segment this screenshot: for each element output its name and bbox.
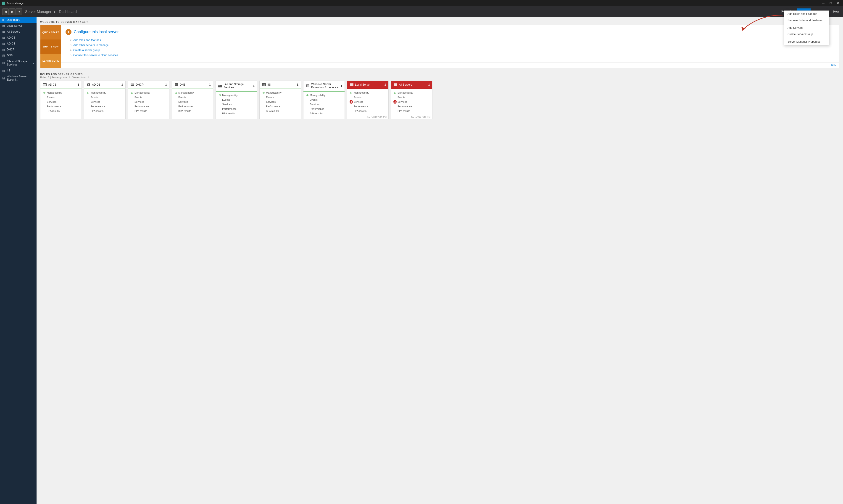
close-button[interactable]: ✕ — [835, 0, 841, 6]
ls-bpa[interactable]: BPA results — [349, 109, 386, 113]
dropdown-button[interactable]: ▾ — [16, 8, 22, 15]
fs-services-label: Services — [222, 103, 232, 106]
ad-cs-services[interactable]: Services — [43, 100, 79, 104]
card-ad-cs-header[interactable]: AD CS 1 — [40, 81, 82, 89]
dhcp-services[interactable]: Services — [130, 100, 167, 104]
dns-events-label: Events — [178, 96, 186, 98]
sidebar-item-all-servers[interactable]: All Servers — [0, 29, 37, 35]
dns-performance[interactable]: Performance — [174, 104, 211, 109]
as-performance[interactable]: Performance — [393, 104, 430, 109]
ls-events[interactable]: Events — [349, 95, 386, 100]
fs-services[interactable]: Services — [218, 102, 255, 107]
card-iis-title: IIS — [267, 83, 295, 86]
ad-cs-bpa[interactable]: BPA results — [43, 109, 79, 113]
sidebar-item-file-storage[interactable]: File and Storage Services ▸ — [0, 58, 37, 68]
sidebar-item-dhcp[interactable]: DHCP — [0, 47, 37, 53]
ad-ds-manageability[interactable]: ⊕ Manageability — [87, 90, 123, 95]
ad-cs-services-label: Services — [47, 101, 56, 103]
card-file-storage-header[interactable]: File and Storage Services 1 — [216, 81, 257, 92]
card-iis-header[interactable]: IIS IIS 1 — [259, 81, 301, 89]
iis-services[interactable]: Services — [262, 100, 299, 104]
hide-button[interactable]: Hide — [61, 62, 839, 68]
ad-cs-events-label: Events — [47, 96, 55, 98]
fs-manageability[interactable]: ⊕ Manageability — [218, 93, 255, 97]
card-essentials-header[interactable]: Windows Server Essentials Experience 1 — [303, 81, 344, 92]
ad-ds-bpa-label: BPA results — [91, 110, 104, 112]
sidebar-item-ad-ds-label: AD DS — [7, 42, 15, 45]
quick-start-btn[interactable]: QUICK START — [40, 25, 61, 39]
maximize-button[interactable]: □ — [827, 0, 834, 6]
step-5[interactable]: 5 Connect this server to cloud services — [68, 54, 835, 57]
sidebar-item-local-server[interactable]: Local Server — [0, 23, 37, 29]
help-button[interactable]: Help — [831, 8, 841, 15]
iis-performance[interactable]: Performance — [262, 104, 299, 109]
iis-events[interactable]: Events — [262, 95, 299, 100]
dhcp-performance[interactable]: Performance — [130, 104, 167, 109]
configure-link[interactable]: Configure this local server — [74, 30, 119, 34]
fs-bpa[interactable]: BPA results — [218, 111, 255, 116]
ad-ds-events[interactable]: Events — [87, 95, 123, 100]
minimize-button[interactable]: ─ — [820, 0, 827, 6]
fs-performance[interactable]: Performance — [218, 107, 255, 111]
forward-button[interactable]: ▶ — [9, 8, 16, 15]
essentials-manageability[interactable]: ⊕ Manageability — [306, 93, 342, 97]
dns-events-icon — [174, 96, 177, 99]
step-4[interactable]: 4 Create a server group — [68, 49, 835, 52]
dhcp-bpa[interactable]: BPA results — [130, 109, 167, 113]
step-2[interactable]: 2 Add roles and features — [68, 39, 835, 42]
as-events[interactable]: Events — [393, 95, 430, 100]
step-num-3: 3 — [68, 43, 71, 47]
ad-ds-services[interactable]: Services — [87, 100, 123, 104]
card-ad-ds-header[interactable]: AD DS 1 — [84, 81, 125, 89]
ad-cs-performance[interactable]: Performance — [43, 104, 79, 109]
ad-cs-events[interactable]: Events — [43, 95, 79, 100]
server-properties-item[interactable]: Server Manager Properties — [784, 39, 829, 45]
whats-new-btn[interactable]: WHAT'S NEW — [40, 39, 61, 54]
iis-bpa[interactable]: BPA results — [262, 109, 299, 113]
ls-timestamp: 8/27/2019 4:56 PM — [347, 114, 389, 119]
remove-roles-item[interactable]: Remove Roles and Features — [784, 17, 829, 23]
sidebar-item-ad-ds[interactable]: AD DS — [0, 41, 37, 47]
essentials-bpa[interactable]: BPA results — [306, 111, 342, 116]
as-bpa[interactable]: BPA results — [393, 109, 430, 113]
dhcp-events-icon — [130, 96, 133, 99]
step-3[interactable]: 3 Add other servers to manage — [68, 43, 835, 47]
add-roles-item[interactable]: Add Roles and Features — [784, 11, 829, 17]
ad-ds-bpa[interactable]: BPA results — [87, 109, 123, 113]
learn-more-btn[interactable]: LEARN MORE — [40, 54, 61, 68]
welcome-side-panel: QUICK START WHAT'S NEW LEARN MORE — [40, 25, 61, 68]
ad-cs-manageability[interactable]: ⊕ Manageability — [43, 90, 79, 95]
ls-services[interactable]: 3 Services — [349, 100, 386, 104]
essentials-events[interactable]: Events — [306, 97, 342, 102]
essentials-bpa-label: BPA results — [310, 112, 323, 115]
iis-manageability[interactable]: ⊕ Manageability — [262, 90, 299, 95]
as-manage-label: Manageability — [397, 91, 413, 94]
add-servers-item[interactable]: Add Servers — [784, 25, 829, 31]
card-dhcp-header[interactable]: DHCP 1 — [128, 81, 169, 89]
dns-manageability[interactable]: ⊕ Manageability — [174, 90, 211, 95]
card-all-servers-header[interactable]: All Servers 1 — [391, 81, 432, 89]
card-dns-header[interactable]: DNS 1 — [172, 81, 213, 89]
essentials-icon — [2, 76, 5, 80]
back-button[interactable]: ◀ — [2, 8, 9, 15]
essentials-services[interactable]: Services — [306, 102, 342, 107]
ls-manageability[interactable]: ⊕ Manageability — [349, 90, 386, 95]
as-services[interactable]: 3 Services — [393, 100, 430, 104]
create-group-item[interactable]: Create Server Group — [784, 31, 829, 37]
dhcp-events[interactable]: Events — [130, 95, 167, 100]
fs-events[interactable]: Events — [218, 97, 255, 102]
sidebar-item-ad-cs[interactable]: AD CS — [0, 35, 37, 41]
essentials-performance[interactable]: Performance — [306, 107, 342, 111]
ls-performance[interactable]: Performance — [349, 104, 386, 109]
as-manageability[interactable]: ⊕ Manageability — [393, 90, 430, 95]
dns-bpa[interactable]: BPA results — [174, 109, 211, 113]
dns-services[interactable]: Services — [174, 100, 211, 104]
card-local-server-header[interactable]: Local Server 1 — [347, 81, 389, 89]
sidebar-item-dns[interactable]: DNS — [0, 53, 37, 58]
sidebar-item-essentials[interactable]: Windows Server Essenti... — [0, 73, 37, 83]
dhcp-manageability[interactable]: ⊕ Manageability — [130, 90, 167, 95]
sidebar-item-iis[interactable]: IIS — [0, 68, 37, 73]
sidebar-item-dashboard[interactable]: Dashboard — [0, 17, 37, 23]
ad-ds-performance[interactable]: Performance — [87, 104, 123, 109]
dns-events[interactable]: Events — [174, 95, 211, 100]
